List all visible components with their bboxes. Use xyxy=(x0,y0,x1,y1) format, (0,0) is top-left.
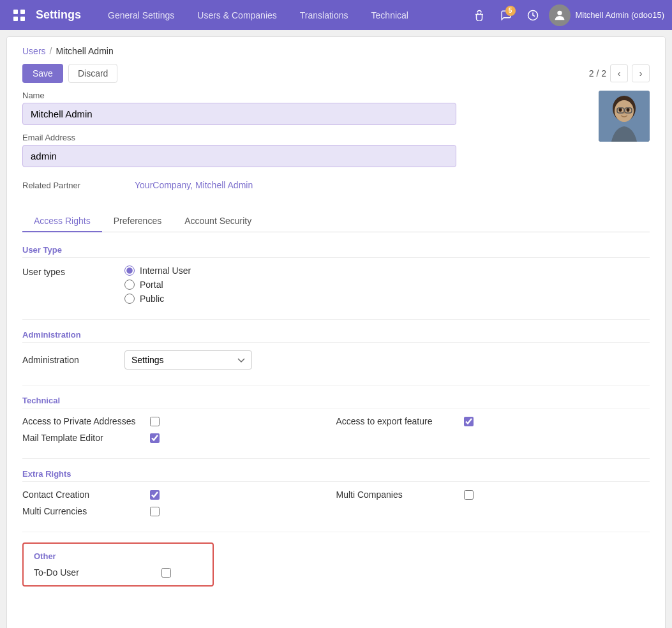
tabs: Access Rights Preferences Account Securi… xyxy=(22,211,650,232)
email-input[interactable] xyxy=(22,145,456,167)
radio-portal[interactable]: Portal xyxy=(124,280,191,290)
access-export-feature-checkbox[interactable] xyxy=(464,417,474,426)
extra-rights-heading: Extra Rights xyxy=(22,469,650,482)
access-private-addresses-row: Access to Private Addresses xyxy=(22,416,336,426)
user-types-row: User types Internal User Portal xyxy=(22,265,650,304)
nav-technical[interactable]: Technical xyxy=(360,0,420,30)
messages-badge: 5 xyxy=(505,6,516,16)
svg-point-10 xyxy=(627,108,630,112)
administration-row: Administration Settings Access Rights No… xyxy=(22,350,650,370)
tab-content-access-rights: User Type User types Internal User Porta… xyxy=(22,245,650,587)
related-partner-label: Related Partner xyxy=(22,181,124,190)
administration-label: Administration xyxy=(22,355,124,365)
access-export-feature-row: Access to export feature xyxy=(336,416,650,426)
name-label: Name xyxy=(22,91,586,100)
contact-creation-label: Contact Creation xyxy=(22,490,144,500)
breadcrumb-parent[interactable]: Users xyxy=(22,46,46,56)
access-export-feature-label: Access to export feature xyxy=(336,416,458,426)
todo-user-row: To-Do User xyxy=(34,567,202,578)
save-button[interactable]: Save xyxy=(22,64,63,83)
radio-internal-user[interactable]: Internal User xyxy=(124,265,191,276)
todo-user-label: To-Do User xyxy=(34,567,155,578)
multi-currencies-label: Multi Currencies xyxy=(22,506,144,516)
form-header: Name Email Address Related Partner YourC… xyxy=(22,91,650,200)
multi-currencies-row: Multi Currencies xyxy=(22,506,336,516)
user-avatar[interactable] xyxy=(549,4,571,26)
nav-users-companies[interactable]: Users & Companies xyxy=(186,0,288,30)
user-type-heading: User Type xyxy=(22,245,650,258)
email-label: Email Address xyxy=(22,133,586,142)
discard-button[interactable]: Discard xyxy=(68,64,117,83)
svg-rect-2 xyxy=(13,17,18,21)
user-type-section: User Type User types Internal User Porta… xyxy=(22,245,650,304)
technical-fields-grid: Access to Private Addresses Access to ex… xyxy=(22,416,650,443)
contact-creation-checkbox[interactable] xyxy=(150,490,160,500)
other-heading: Other xyxy=(34,551,202,561)
header-icons: 5 Mitchell Admin (odoo15) xyxy=(468,4,664,26)
access-private-addresses-checkbox[interactable] xyxy=(150,417,160,426)
multi-companies-label: Multi Companies xyxy=(336,490,458,500)
form-main-fields: Name Email Address Related Partner YourC… xyxy=(22,91,586,200)
tab-access-rights[interactable]: Access Rights xyxy=(22,211,102,232)
radio-public-label: Public xyxy=(140,294,164,304)
nav-translations[interactable]: Translations xyxy=(288,0,360,30)
nav-general-settings[interactable]: General Settings xyxy=(96,0,186,30)
debug-icon[interactable] xyxy=(468,4,490,26)
tab-preferences[interactable]: Preferences xyxy=(102,211,173,232)
todo-user-checkbox[interactable] xyxy=(161,568,171,578)
extra-rights-section: Extra Rights Contact Creation Multi Comp… xyxy=(22,469,650,516)
user-avatar-photo xyxy=(599,91,650,142)
activity-icon[interactable] xyxy=(522,4,544,26)
svg-rect-3 xyxy=(20,17,25,21)
pager-text: 2 / 2 xyxy=(589,68,606,78)
mail-template-editor-label: Mail Template Editor xyxy=(22,433,144,443)
breadcrumb-current: Mitchell Admin xyxy=(56,46,113,56)
contact-creation-row: Contact Creation xyxy=(22,490,336,500)
top-navigation: Settings General Settings Users & Compan… xyxy=(0,0,672,30)
email-field-row: Email Address xyxy=(22,133,586,167)
name-field-row: Name xyxy=(22,91,586,125)
form-toolbar: Save Discard 2 / 2 ‹ › xyxy=(7,56,665,91)
pager-next-button[interactable]: › xyxy=(632,64,650,82)
access-private-addresses-label: Access to Private Addresses xyxy=(22,416,144,426)
svg-rect-1 xyxy=(20,10,25,14)
breadcrumb-separator: / xyxy=(50,46,52,56)
apps-menu-button[interactable] xyxy=(8,4,31,27)
extra-rights-fields-grid: Contact Creation Multi Companies Multi C… xyxy=(22,490,650,516)
user-types-radio-group: Internal User Portal Public xyxy=(124,265,191,304)
user-display-name[interactable]: Mitchell Admin (odoo15) xyxy=(576,10,664,20)
pager: 2 / 2 ‹ › xyxy=(589,64,650,82)
name-input[interactable] xyxy=(22,103,456,125)
multi-currencies-checkbox[interactable] xyxy=(150,507,160,516)
mail-template-editor-row: Mail Template Editor xyxy=(22,433,336,443)
form-body: Name Email Address Related Partner YourC… xyxy=(7,91,665,617)
form-page: Users / Mitchell Admin Save Discard 2 / … xyxy=(7,37,665,628)
related-partner-row: Related Partner YourCompany, Mitchell Ad… xyxy=(22,175,586,195)
radio-public[interactable]: Public xyxy=(124,294,191,304)
pager-prev-button[interactable]: ‹ xyxy=(610,64,628,82)
mail-template-editor-checkbox[interactable] xyxy=(150,433,160,443)
svg-point-5 xyxy=(557,10,562,15)
administration-section: Administration Administration Settings A… xyxy=(22,330,650,370)
svg-rect-0 xyxy=(13,10,18,14)
main-content: Users / Mitchell Admin Save Discard 2 / … xyxy=(6,36,666,628)
administration-select[interactable]: Settings Access Rights None xyxy=(124,350,252,370)
radio-portal-label: Portal xyxy=(140,280,163,290)
breadcrumb: Users / Mitchell Admin xyxy=(7,37,665,56)
administration-heading: Administration xyxy=(22,330,650,343)
radio-internal-user-label: Internal User xyxy=(140,265,191,276)
user-types-label: User types xyxy=(22,265,124,277)
multi-companies-checkbox[interactable] xyxy=(464,490,474,500)
multi-companies-row: Multi Companies xyxy=(336,490,650,500)
technical-section: Technical Access to Private Addresses Ac… xyxy=(22,396,650,443)
app-brand: Settings xyxy=(36,8,81,22)
nav-links: General Settings Users & Companies Trans… xyxy=(96,0,468,30)
technical-heading: Technical xyxy=(22,396,650,408)
other-box: Other To-Do User xyxy=(22,542,214,587)
svg-point-9 xyxy=(619,108,622,112)
toolbar-actions: Save Discard xyxy=(22,64,117,83)
tab-account-security[interactable]: Account Security xyxy=(173,211,263,232)
other-section: Other To-Do User xyxy=(22,542,650,587)
related-partner-value[interactable]: YourCompany, Mitchell Admin xyxy=(135,180,253,190)
messages-icon[interactable]: 5 xyxy=(495,4,517,26)
